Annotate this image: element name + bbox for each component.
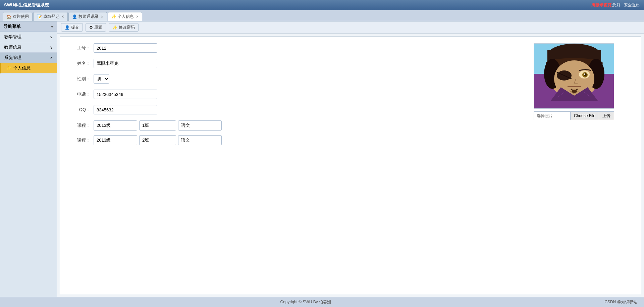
footer-credit: CSDN @知识驿站 <box>604 299 637 305</box>
tab-personal[interactable]: ✨ 个人信息 ✕ <box>108 12 142 21</box>
submit-label: 提交 <box>71 24 79 30</box>
title-bar: SWU学生信息管理系统 鹰眼米霍克 您好 安全退出 <box>0 0 644 10</box>
course-label-2: 课程： <box>70 137 90 143</box>
sidebar-group-teaching-label: 教学管理 <box>4 34 21 40</box>
employee-id-label: 工号： <box>70 45 90 51</box>
sidebar-group-teachers: 教师信息 ∨ <box>0 42 57 53</box>
photo-section: 选择照片 Choose File 上传 <box>534 43 614 120</box>
change-password-button[interactable]: ✨ 修改密码 <box>109 23 139 32</box>
course-class-1[interactable] <box>139 120 176 131</box>
tab-personal-icon: ✨ <box>111 14 116 19</box>
submit-icon: 👤 <box>65 25 70 30</box>
course-row-1: 课程： <box>70 120 631 131</box>
tab-grades[interactable]: 📝 成绩登记 ✕ <box>33 12 68 21</box>
photo-filename-text: 选择照片 <box>537 113 553 119</box>
photo-filename-box: 选择照片 <box>534 111 571 120</box>
svg-point-15 <box>572 90 577 93</box>
tab-personal-close[interactable]: ✕ <box>136 15 139 18</box>
sidebar-group-teachers-header[interactable]: 教师信息 ∨ <box>0 42 57 53</box>
reset-button[interactable]: ♻ 重置 <box>86 23 106 32</box>
sidebar-group-teachers-label: 教师信息 <box>4 44 21 50</box>
sidebar-group-teaching-header[interactable]: 教学管理 ∨ <box>0 32 57 42</box>
sidebar-header: 导航菜单 « <box>0 21 57 32</box>
photo-container <box>534 43 614 109</box>
sidebar-item-personal-info-label: ✨ 个人信息 <box>6 65 31 70</box>
footer: Copyright © SWU By 伯姜洲 CSDN @知识驿站 <box>0 297 644 307</box>
course-subject-1[interactable] <box>178 120 222 131</box>
tab-welcome-icon: 🏠 <box>6 14 11 19</box>
reset-label: 重置 <box>94 24 102 30</box>
course-grade-2[interactable] <box>94 135 137 145</box>
reset-icon: ♻ <box>89 25 93 30</box>
sidebar-group-system-label: 系统管理 <box>4 55 21 61</box>
logout-link[interactable]: 安全退出 <box>624 3 640 7</box>
change-password-label: 修改密码 <box>119 24 135 30</box>
sidebar-group-system-header[interactable]: 系统管理 ∧ <box>0 53 57 63</box>
qq-input[interactable] <box>94 105 157 114</box>
qq-label: QQ： <box>70 107 90 113</box>
user-info: 鹰眼米霍克 您好 安全退出 <box>591 2 640 8</box>
greeting: 您好 <box>612 3 621 7</box>
tab-grades-icon: 📝 <box>37 14 42 19</box>
course-subject-2[interactable] <box>178 135 222 145</box>
change-password-icon: ✨ <box>112 25 117 30</box>
tab-teachers-icon: 👤 <box>72 14 77 19</box>
gender-label: 性别： <box>70 76 90 82</box>
course-class-2[interactable] <box>139 135 176 145</box>
app-title: SWU学生信息管理系统 <box>4 2 49 8</box>
toolbar: 👤 提交 ♻ 重置 ✨ 修改密码 <box>57 21 644 34</box>
name-input[interactable] <box>94 59 157 68</box>
phone-input[interactable] <box>94 90 157 99</box>
course-grade-1[interactable] <box>94 120 137 131</box>
tab-teachers-label: 教师通讯录 <box>78 14 99 19</box>
sidebar-group-system: 系统管理 ∧ ✨ 个人信息 <box>0 53 57 73</box>
tab-personal-label: 个人信息 <box>118 14 134 19</box>
footer-copyright: Copyright © SWU By 伯姜洲 <box>280 299 331 305</box>
upload-button[interactable]: 上传 <box>599 111 614 120</box>
photo-upload-row: 选择照片 Choose File 上传 <box>534 111 614 120</box>
sidebar-collapse-icon[interactable]: « <box>51 24 53 29</box>
tab-grades-close[interactable]: ✕ <box>61 15 64 18</box>
choose-file-button[interactable]: Choose File <box>571 111 599 120</box>
tab-bar: 🏠 欢迎使用 📝 成绩登记 ✕ 👤 教师通讯录 ✕ ✨ 个人信息 ✕ <box>0 10 644 21</box>
svg-point-14 <box>584 73 585 75</box>
sidebar-item-personal-info[interactable]: ✨ 个人信息 <box>0 63 57 73</box>
sidebar-title: 导航菜单 <box>3 23 21 30</box>
tab-welcome-label: 欢迎使用 <box>13 14 29 19</box>
sidebar: 导航菜单 « 教学管理 ∨ 教师信息 ∨ 系统管理 ∧ ✨ 个人信息 <box>0 21 57 297</box>
submit-button[interactable]: 👤 提交 <box>61 23 83 32</box>
gender-select[interactable]: 男 女 <box>94 74 109 84</box>
sidebar-group-system-chevron: ∧ <box>50 56 53 60</box>
name-label: 姓名： <box>70 60 90 66</box>
tab-grades-label: 成绩登记 <box>43 14 59 19</box>
tab-teachers[interactable]: 👤 教师通讯录 ✕ <box>68 12 107 21</box>
username: 鹰眼米霍克 <box>591 3 611 7</box>
employee-id-input[interactable] <box>94 43 157 53</box>
content-area: 👤 提交 ♻ 重置 ✨ 修改密码 工号： 姓名： <box>57 21 644 297</box>
main-layout: 导航菜单 « 教学管理 ∨ 教师信息 ∨ 系统管理 ∧ ✨ 个人信息 <box>0 21 644 297</box>
sidebar-group-teachers-chevron: ∨ <box>50 45 53 50</box>
tab-welcome[interactable]: 🏠 欢迎使用 <box>3 12 33 21</box>
course-label-1: 课程： <box>70 122 90 129</box>
sidebar-group-teaching: 教学管理 ∨ <box>0 32 57 42</box>
course-row-2: 课程： <box>70 135 631 145</box>
tab-teachers-close[interactable]: ✕ <box>101 15 103 18</box>
sidebar-group-teaching-chevron: ∨ <box>50 35 53 39</box>
form-area: 工号： 姓名： 性别： 男 女 电话： <box>60 36 641 294</box>
phone-label: 电话： <box>70 91 90 97</box>
